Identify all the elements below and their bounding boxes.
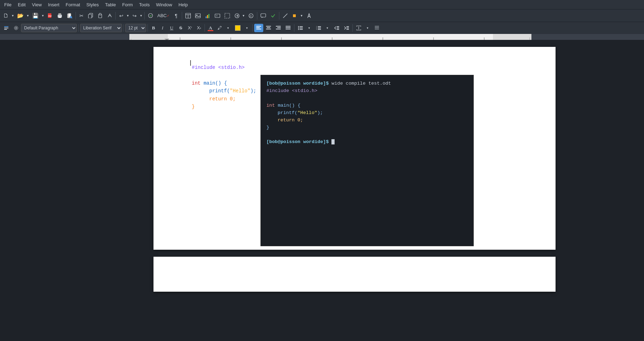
line-spacing-button[interactable] bbox=[372, 24, 381, 32]
open-dropdown[interactable]: ▾ bbox=[26, 11, 30, 20]
svg-rect-42 bbox=[266, 29, 271, 29]
ordered-list-dropdown[interactable]: ▾ bbox=[323, 24, 331, 32]
left-gutter bbox=[0, 40, 65, 341]
bold-button[interactable]: B bbox=[149, 24, 158, 32]
menu-table[interactable]: Table bbox=[102, 1, 119, 8]
open-button[interactable]: 📂 bbox=[15, 11, 26, 20]
print-preview-button[interactable] bbox=[65, 11, 74, 20]
special-char-button[interactable]: Ω bbox=[246, 11, 256, 20]
shapes-dropdown[interactable]: ▾ bbox=[300, 11, 304, 20]
menu-edit[interactable]: Edit bbox=[15, 1, 28, 8]
highlight-dropdown[interactable]: ▾ bbox=[224, 24, 232, 32]
char-bg-dropdown[interactable]: ▾ bbox=[243, 24, 251, 32]
unordered-list-button[interactable] bbox=[296, 24, 305, 32]
terminal-int: int bbox=[266, 103, 275, 108]
export-pdf-button[interactable]: PDF bbox=[45, 11, 55, 20]
separator-6 bbox=[279, 12, 279, 20]
insert-textbox-button[interactable]: T bbox=[213, 11, 222, 20]
undo-dropdown[interactable]: ▾ bbox=[126, 11, 130, 20]
menu-window[interactable]: Window bbox=[153, 1, 175, 8]
shapes-button[interactable] bbox=[291, 11, 300, 20]
redo-dropdown[interactable]: ▾ bbox=[139, 11, 143, 20]
ordered-list-button[interactable]: 1.2.3. bbox=[314, 24, 323, 32]
para-spacing-dropdown[interactable]: ▾ bbox=[363, 24, 372, 32]
insert-table-button[interactable] bbox=[184, 11, 193, 20]
justify-button[interactable] bbox=[284, 24, 293, 32]
sep-fmt-5 bbox=[252, 24, 253, 32]
comment-button[interactable] bbox=[259, 11, 268, 20]
redo-button[interactable]: ↪ bbox=[130, 11, 139, 20]
underline-button[interactable]: U bbox=[167, 24, 176, 32]
char-bg-color-button[interactable] bbox=[233, 24, 243, 32]
new-dropdown[interactable]: ▾ bbox=[10, 11, 15, 20]
char-color-button[interactable]: A bbox=[206, 24, 215, 32]
show-marks-button[interactable]: ¶ bbox=[172, 11, 180, 20]
terminal-brace: } bbox=[266, 125, 269, 130]
menu-tools[interactable]: Tools bbox=[136, 1, 152, 8]
separator-3 bbox=[144, 12, 145, 20]
undo-button[interactable]: ↩ bbox=[117, 11, 126, 20]
sep-fmt-1 bbox=[78, 24, 79, 32]
italic-button[interactable]: I bbox=[158, 24, 167, 32]
clone-button[interactable] bbox=[105, 11, 114, 20]
code-printf-end: ); bbox=[250, 88, 256, 94]
paragraph-style-select[interactable]: Default Paragraph Heading 1 Heading 2 Te… bbox=[21, 24, 77, 32]
insert-image-button[interactable] bbox=[193, 11, 202, 20]
outdent-button[interactable] bbox=[332, 24, 341, 32]
track-changes-button[interactable] bbox=[269, 11, 278, 20]
unordered-list-dropdown[interactable]: ▾ bbox=[305, 24, 313, 32]
highlight-button[interactable]: 🖍 bbox=[215, 24, 224, 32]
fontworks-button[interactable] bbox=[305, 11, 314, 20]
menu-form[interactable]: Form bbox=[119, 1, 135, 8]
cut-button[interactable]: ✂ bbox=[77, 11, 86, 20]
align-left-button[interactable] bbox=[254, 24, 263, 32]
svg-rect-67 bbox=[346, 26, 349, 27]
terminal-line-8 bbox=[266, 131, 468, 138]
para-spacing-button[interactable] bbox=[354, 24, 363, 32]
insert-frame-button[interactable] bbox=[223, 11, 232, 20]
svg-rect-45 bbox=[277, 27, 281, 28]
svg-line-29 bbox=[283, 14, 287, 18]
svg-rect-74 bbox=[129, 34, 531, 40]
forms-button[interactable] bbox=[146, 11, 155, 20]
styles-icon-btn[interactable] bbox=[1, 23, 11, 33]
document-area[interactable]: #include <stdio.h> int main() { printf("… bbox=[65, 40, 644, 341]
svg-rect-28 bbox=[261, 14, 266, 17]
spelling-button[interactable]: ABC ✓ bbox=[156, 11, 171, 20]
insert-chart-button[interactable] bbox=[203, 11, 212, 20]
save-button[interactable]: 💾 bbox=[30, 11, 41, 20]
indent-button[interactable] bbox=[342, 24, 351, 32]
document-page-bottom bbox=[153, 257, 556, 292]
svg-rect-33 bbox=[4, 29, 7, 30]
subscript-button[interactable]: X₂ bbox=[195, 24, 203, 32]
code-include: #include <stdio.h> bbox=[192, 65, 245, 70]
svg-rect-85 bbox=[493, 34, 531, 40]
print-button[interactable] bbox=[55, 11, 64, 20]
menu-view[interactable]: View bbox=[29, 1, 44, 8]
font-size-select[interactable]: 12 pt 10 pt 14 pt 16 pt bbox=[125, 24, 146, 32]
font-name-select[interactable]: Liberation Serif Liberation Sans Times N… bbox=[80, 24, 122, 32]
menu-styles[interactable]: Styles bbox=[84, 1, 101, 8]
menu-insert[interactable]: Insert bbox=[45, 1, 62, 8]
paste-button[interactable] bbox=[96, 11, 105, 20]
new-button[interactable]: 🗋 bbox=[1, 11, 10, 20]
copy-button[interactable] bbox=[86, 11, 95, 20]
align-center-button[interactable] bbox=[264, 24, 273, 32]
superscript-button[interactable]: X² bbox=[186, 24, 194, 32]
svg-rect-40 bbox=[266, 26, 271, 27]
code-return: return 0; bbox=[209, 96, 236, 102]
insert-field-button[interactable] bbox=[232, 11, 242, 20]
line-button[interactable] bbox=[281, 11, 290, 20]
save-dropdown[interactable]: ▾ bbox=[41, 11, 45, 20]
styles-config-btn[interactable] bbox=[12, 23, 20, 33]
terminal-main: main() { bbox=[278, 103, 300, 108]
strikethrough-button[interactable]: S̶ bbox=[177, 24, 185, 32]
svg-rect-10 bbox=[88, 14, 92, 18]
insert-field-dropdown[interactable]: ▾ bbox=[242, 11, 246, 20]
svg-point-13 bbox=[149, 14, 153, 18]
svg-point-52 bbox=[298, 26, 299, 27]
menu-format[interactable]: Format bbox=[63, 1, 83, 8]
menu-help[interactable]: Help bbox=[176, 1, 191, 8]
menu-file[interactable]: File bbox=[1, 1, 14, 8]
align-right-button[interactable] bbox=[274, 24, 283, 32]
